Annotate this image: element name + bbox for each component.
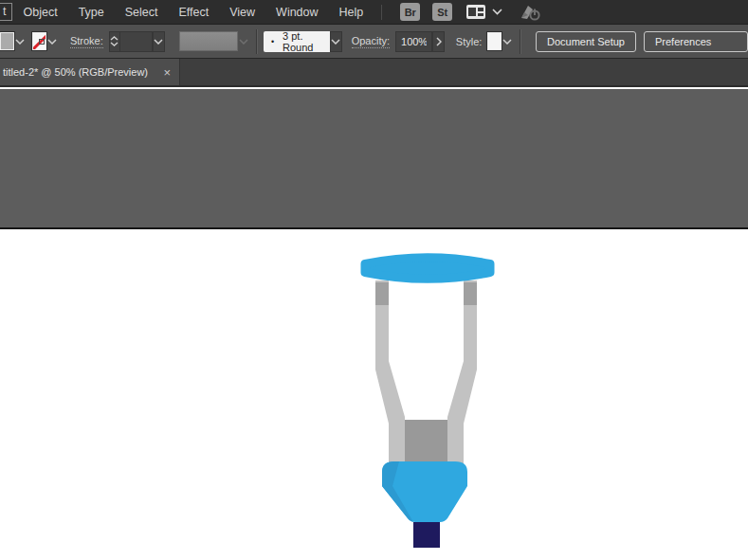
menu-item-window[interactable]: Window xyxy=(265,3,328,22)
crutch-center-post[interactable] xyxy=(405,420,447,465)
illustrator-window: { "menu_bar": { "partial_item_label": "t… xyxy=(0,0,748,560)
stroke-proxy-icon xyxy=(39,39,45,45)
stock-button[interactable]: St xyxy=(432,3,452,21)
graphic-style-chevron-icon[interactable] xyxy=(502,31,513,52)
pasteboard[interactable] xyxy=(0,89,748,227)
fill-color-chevron-icon[interactable] xyxy=(14,31,26,52)
crutch-underarm-pad[interactable] xyxy=(365,258,490,280)
crutch-illustration[interactable] xyxy=(313,229,550,560)
variable-width-profile-dropdown xyxy=(179,31,238,51)
active-document-tab[interactable]: titled-2* @ 50% (RGB/Preview) × xyxy=(0,59,180,85)
opacity-field[interactable] xyxy=(395,31,432,52)
menu-item-effect[interactable]: Effect xyxy=(168,3,219,22)
style-label: Style: xyxy=(456,36,483,47)
arrange-documents-icon[interactable] xyxy=(466,5,485,19)
menu-item-object[interactable]: Object xyxy=(12,3,67,22)
crutch-left-leg-joint[interactable] xyxy=(375,282,389,305)
control-bar: Stroke: • 3 pt. Round Opacity: Style: Do… xyxy=(0,25,748,59)
close-tab-icon[interactable]: × xyxy=(160,66,173,79)
document-tab-bar: titled-2* @ 50% (RGB/Preview) × xyxy=(0,59,748,87)
control-separator xyxy=(256,29,257,54)
menu-item-view[interactable]: View xyxy=(219,3,265,22)
stroke-color-chevron-icon[interactable] xyxy=(46,31,58,52)
menu-bar: t Object Type Select Effect View Window … xyxy=(0,0,748,25)
brush-preview-icon: • xyxy=(271,37,274,46)
gpu-performance-icon[interactable] xyxy=(518,3,542,22)
menu-item-help[interactable]: Help xyxy=(329,3,374,22)
brush-definition-label: 3 pt. Round xyxy=(283,30,320,53)
chevron-down-icon[interactable] xyxy=(492,9,502,15)
fill-color-swatch[interactable] xyxy=(0,32,14,50)
preferences-button[interactable]: Preferences xyxy=(644,31,748,52)
opacity-label[interactable]: Opacity: xyxy=(352,35,390,48)
stroke-weight-field[interactable] xyxy=(120,31,153,52)
crutch-right-leg-joint[interactable] xyxy=(464,282,477,305)
crutch-left-leg[interactable] xyxy=(375,280,405,466)
crutch-ferrule-tip[interactable] xyxy=(413,522,440,548)
variable-width-chevron-icon xyxy=(238,31,249,52)
brush-definition-dropdown[interactable]: • 3 pt. Round xyxy=(264,31,330,52)
graphic-style-swatch[interactable] xyxy=(487,32,502,50)
document-setup-button[interactable]: Document Setup xyxy=(536,31,636,52)
menu-item-select[interactable]: Select xyxy=(115,3,169,22)
stroke-weight-chevron-icon[interactable] xyxy=(153,31,165,52)
menu-item-edit-partial[interactable]: t xyxy=(0,3,12,21)
document-tab-title: titled-2* @ 50% (RGB/Preview) xyxy=(3,66,153,78)
opacity-options-chevron-icon[interactable] xyxy=(432,31,445,52)
menu-item-type[interactable]: Type xyxy=(68,3,115,22)
stroke-color-none-swatch[interactable] xyxy=(32,32,46,50)
brush-definition-chevron-icon[interactable] xyxy=(330,31,342,52)
stroke-weight-input[interactable] xyxy=(125,36,147,47)
menu-separator xyxy=(381,5,382,20)
crutch-right-leg[interactable] xyxy=(447,280,477,466)
stroke-label[interactable]: Stroke: xyxy=(70,35,103,48)
stroke-weight-stepper[interactable] xyxy=(109,31,120,52)
bridge-button[interactable]: Br xyxy=(400,3,420,21)
control-separator xyxy=(520,29,520,54)
opacity-input[interactable] xyxy=(401,36,427,47)
